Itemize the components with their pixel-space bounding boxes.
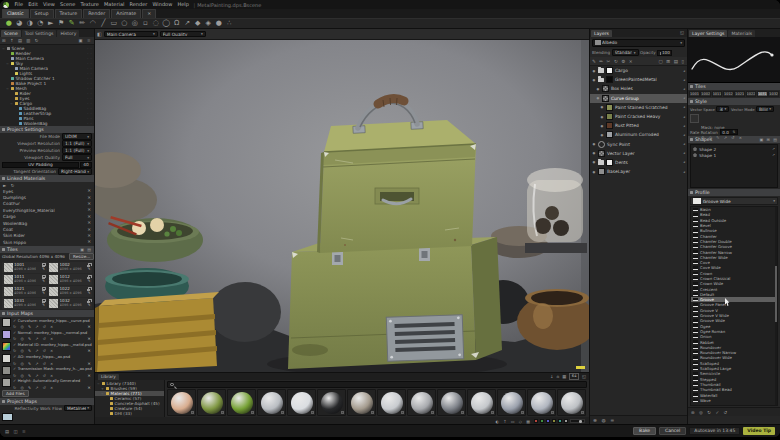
remove-icon[interactable]: × (87, 215, 91, 219)
material-checkbox[interactable] (311, 411, 314, 414)
library-tree-row[interactable]: Fabric (102) (95, 416, 164, 417)
visibility-eye-icon[interactable]: ● (592, 170, 596, 174)
linked-materials-icons[interactable]: ► ↻ (3, 183, 16, 188)
profile-header[interactable]: Profile (688, 189, 780, 196)
circle-icon[interactable]: ○ (120, 19, 130, 28)
layer-row[interactable]: ● ✎ Paint Stained Scratched ◂ (590, 103, 687, 112)
material-swatch[interactable] (527, 389, 556, 416)
map-action-icons[interactable]: ↻ ◎ ✎ ↗ ↺ × (13, 385, 55, 390)
color-swatch[interactable] (540, 419, 545, 424)
profile-row[interactable]: Wave (691, 398, 777, 403)
layer-options-icon[interactable]: ◂ (683, 160, 685, 164)
row-visibility-icons[interactable]: · · (87, 52, 92, 56)
resize-button[interactable]: Resize... (69, 253, 94, 260)
workspace-tab[interactable]: × (142, 9, 156, 18)
udim-tile-button[interactable]: 1021 (734, 91, 745, 97)
lock-icon[interactable] (42, 289, 45, 291)
material-checkbox[interactable] (551, 411, 554, 414)
visibility-eye-icon[interactable]: ● (596, 87, 600, 91)
row-visibility-icons[interactable]: · · (87, 82, 92, 86)
left-panel-tab[interactable]: Tool Settings (22, 30, 57, 37)
material-swatch[interactable] (437, 389, 466, 416)
orbit-icon[interactable]: ◕ (15, 19, 25, 28)
rotation-spinner[interactable]: 0.0 ⇅ (720, 129, 738, 135)
style-header[interactable]: Style (688, 98, 780, 105)
tree-expander-icon[interactable]: − (97, 382, 100, 386)
edit-icon[interactable]: ✎ (87, 268, 90, 272)
udim-tile[interactable]: 1031 4096 x 4096 ✎ (2, 298, 47, 309)
edit-icon[interactable]: ✎ (87, 292, 90, 296)
zoom-icon[interactable]: ◔ (36, 19, 46, 28)
visibility-eye-icon[interactable]: ● (592, 142, 596, 146)
material-swatch[interactable] (317, 389, 346, 416)
bake-button[interactable]: Bake (633, 427, 656, 435)
right-panel-tab[interactable]: Layer Settings (689, 30, 727, 37)
left-panel-tab[interactable]: History (57, 30, 79, 37)
material-swatch[interactable] (377, 389, 406, 416)
layer-row[interactable]: ● ✎ Box Holes ◂ (590, 84, 687, 93)
layer-options-icon[interactable]: ◂ (683, 142, 685, 146)
udim-tile-button[interactable]: 1012 (723, 91, 734, 97)
scene-toolbar-icons[interactable]: ⊞ ↑ ▤ ▥ ↻ (2, 38, 40, 43)
grid-view-icon[interactable]: ▦ (562, 374, 566, 379)
udim-tile-button[interactable]: 1032 (768, 91, 779, 97)
row-visibility-icons[interactable]: · · (87, 97, 92, 101)
input-map-row[interactable]: ✓ Material ID: monkey_hippo.._matid.psd … (0, 341, 94, 353)
layer-row[interactable]: ● ✎ Paint Cracked Heavy ◂ (590, 112, 687, 121)
profile-scrollbar[interactable] (775, 207, 778, 405)
layer-row[interactable]: ● ✎ Rust Pitted ◂ (590, 121, 687, 130)
layer-action-icons[interactable]: ▢ ⊞ ▤ ▯ (659, 59, 685, 64)
workspace-tab[interactable]: Animate (111, 9, 141, 18)
thumbnail-size-box[interactable]: 64 (569, 373, 579, 380)
layer-options-icon[interactable]: ◂ (683, 69, 685, 73)
material-checkbox[interactable] (341, 411, 344, 414)
line-icon[interactable]: ╱ (99, 19, 109, 28)
material-swatch[interactable] (467, 389, 496, 416)
fill-icon[interactable]: ● (214, 19, 224, 28)
remove-map-icon[interactable]: × (87, 385, 92, 390)
visibility-eye-icon[interactable]: ● (600, 133, 604, 137)
project-settings-header[interactable]: Project Settings (0, 126, 94, 133)
profile-selected-dropdown[interactable]: Groove Wide ▾ (690, 197, 778, 205)
workflow-dropdown[interactable]: Metalness ▾ (64, 405, 92, 412)
menu-item[interactable]: Material (101, 0, 127, 9)
udim-tile-button[interactable]: 1022 (746, 91, 757, 97)
tree-expander-icon[interactable]: − (101, 392, 104, 396)
lock-icon[interactable] (42, 265, 45, 267)
status-left-icons[interactable]: ▤ ◫ ≡ (5, 429, 27, 434)
project-map-thumbnail[interactable] (2, 413, 13, 421)
camera-dropdown[interactable]: Main Camera ▾ (104, 31, 158, 38)
lasso-icon[interactable]: ◯ (162, 19, 172, 28)
udim-tile[interactable]: 1011 4096 x 4096 ✎ (2, 274, 47, 285)
visibility-eye-icon[interactable]: ● (592, 78, 596, 82)
setting-dropdown[interactable]: 1:1 (Full) ▾ (62, 140, 92, 147)
shelf-tab-library[interactable]: Library (98, 374, 119, 380)
uv-padding-field[interactable]: UV Padding (2, 162, 79, 168)
select-icon[interactable]: ► (46, 19, 56, 28)
menu-item[interactable]: Render (127, 0, 150, 9)
menu-item[interactable]: File (12, 0, 26, 9)
download-icon[interactable]: ↓ (550, 374, 554, 379)
transform-icon[interactable]: ↗ (183, 19, 193, 28)
visibility-eye-icon[interactable]: ● (600, 124, 604, 128)
layer-row[interactable]: ● ✎ Sync Point ◂ (590, 140, 687, 149)
row-visibility-icons[interactable]: · · (87, 67, 92, 71)
vector-mode-dropdown[interactable]: Bilinear ▾ (756, 106, 774, 113)
row-visibility-icons[interactable]: · · (87, 57, 92, 61)
udim-tile-button[interactable]: 1002 (700, 91, 711, 97)
udim-tile[interactable]: 1032 4096 x 4096 ✎ (48, 298, 93, 309)
cancel-button[interactable]: Cancel (659, 427, 686, 435)
edit-icon[interactable]: ✎ (42, 292, 45, 296)
layer-options-icon[interactable]: ◂ (683, 115, 685, 119)
curve-icon[interactable]: ◠ (88, 19, 98, 28)
map-action-icons[interactable]: ↻ ◎ ✎ ↗ ↺ × (13, 336, 55, 341)
menu-item[interactable]: Scene (58, 0, 78, 9)
material-checkbox[interactable] (431, 411, 434, 414)
udim-tile-button[interactable]: 1031 (757, 91, 768, 97)
workspace-tab[interactable]: Classic (2, 9, 29, 18)
tangent-dropdown[interactable]: Right-Handed ▾ (58, 168, 92, 175)
material-swatch[interactable] (197, 389, 226, 416)
paint-brush-icon[interactable]: ✎ (67, 19, 77, 28)
input-map-row[interactable]: ✓ Transmission Mask: monkey_h.._ao.psd ↻… (0, 365, 94, 377)
remove-icon[interactable]: × (87, 208, 91, 212)
